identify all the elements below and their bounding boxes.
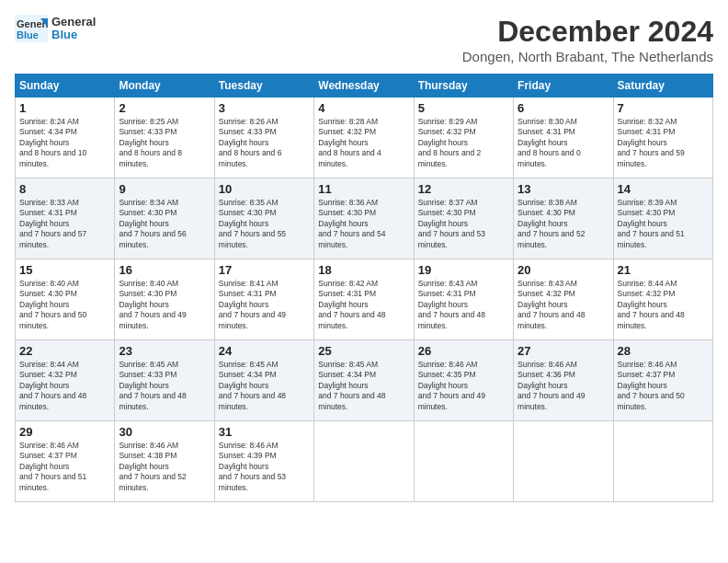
day-number: 25 <box>318 344 409 358</box>
day-detail: Sunrise: 8:46 AM Sunset: 4:38 PM Dayligh… <box>119 441 210 493</box>
week-row-5: 29 Sunrise: 8:46 AM Sunset: 4:37 PM Dayl… <box>16 421 713 502</box>
day-cell <box>613 421 712 502</box>
day-detail: Sunrise: 8:45 AM Sunset: 4:34 PM Dayligh… <box>318 360 409 412</box>
location: Dongen, North Brabant, The Netherlands <box>462 49 713 64</box>
day-detail: Sunrise: 8:34 AM Sunset: 4:30 PM Dayligh… <box>119 198 210 250</box>
header-saturday: Saturday <box>613 75 712 98</box>
day-number: 31 <box>219 425 310 439</box>
day-number: 3 <box>219 101 310 115</box>
day-number: 7 <box>618 101 709 115</box>
day-number: 14 <box>618 182 709 196</box>
day-number: 1 <box>19 101 110 115</box>
logo: General Blue General Blue <box>15 15 96 42</box>
day-cell: 22 Sunrise: 8:44 AM Sunset: 4:32 PM Dayl… <box>16 340 115 421</box>
header-monday: Monday <box>115 75 214 98</box>
day-cell: 3 Sunrise: 8:26 AM Sunset: 4:33 PM Dayli… <box>214 98 313 178</box>
day-detail: Sunrise: 8:33 AM Sunset: 4:31 PM Dayligh… <box>19 198 110 250</box>
day-cell: 10 Sunrise: 8:35 AM Sunset: 4:30 PM Dayl… <box>214 178 313 259</box>
day-number: 23 <box>119 344 210 358</box>
day-cell <box>314 421 414 502</box>
day-number: 16 <box>119 263 210 277</box>
day-cell <box>414 421 513 502</box>
title-block: December 2024 Dongen, North Brabant, The… <box>462 15 713 64</box>
day-detail: Sunrise: 8:43 AM Sunset: 4:31 PM Dayligh… <box>418 279 509 331</box>
day-number: 27 <box>518 344 609 358</box>
week-row-1: 1 Sunrise: 8:24 AM Sunset: 4:34 PM Dayli… <box>16 98 713 178</box>
logo-general: General <box>51 16 96 29</box>
svg-text:Blue: Blue <box>17 29 39 40</box>
day-number: 24 <box>219 344 310 358</box>
day-cell: 2 Sunrise: 8:25 AM Sunset: 4:33 PM Dayli… <box>115 98 214 178</box>
header-sunday: Sunday <box>16 75 115 98</box>
day-number: 18 <box>318 263 409 277</box>
day-number: 19 <box>418 263 509 277</box>
day-cell: 23 Sunrise: 8:45 AM Sunset: 4:33 PM Dayl… <box>115 340 214 421</box>
day-detail: Sunrise: 8:44 AM Sunset: 4:32 PM Dayligh… <box>19 360 110 412</box>
day-cell: 14 Sunrise: 8:39 AM Sunset: 4:30 PM Dayl… <box>613 178 712 259</box>
week-row-2: 8 Sunrise: 8:33 AM Sunset: 4:31 PM Dayli… <box>16 178 713 259</box>
day-detail: Sunrise: 8:25 AM Sunset: 4:33 PM Dayligh… <box>119 117 210 169</box>
day-number: 26 <box>418 344 509 358</box>
day-detail: Sunrise: 8:40 AM Sunset: 4:30 PM Dayligh… <box>19 279 110 331</box>
day-cell: 28 Sunrise: 8:46 AM Sunset: 4:37 PM Dayl… <box>613 340 712 421</box>
day-detail: Sunrise: 8:45 AM Sunset: 4:34 PM Dayligh… <box>219 360 310 412</box>
day-number: 9 <box>119 182 210 196</box>
day-cell: 4 Sunrise: 8:28 AM Sunset: 4:32 PM Dayli… <box>314 98 414 178</box>
day-detail: Sunrise: 8:40 AM Sunset: 4:30 PM Dayligh… <box>119 279 210 331</box>
day-number: 11 <box>318 182 409 196</box>
day-cell: 25 Sunrise: 8:45 AM Sunset: 4:34 PM Dayl… <box>314 340 414 421</box>
day-detail: Sunrise: 8:39 AM Sunset: 4:30 PM Dayligh… <box>618 198 709 250</box>
logo-icon: General Blue <box>15 15 48 42</box>
month-title: December 2024 <box>462 15 713 49</box>
day-cell: 18 Sunrise: 8:42 AM Sunset: 4:31 PM Dayl… <box>314 259 414 340</box>
day-cell: 26 Sunrise: 8:46 AM Sunset: 4:35 PM Dayl… <box>414 340 513 421</box>
header-tuesday: Tuesday <box>214 75 313 98</box>
weekday-header-row: Sunday Monday Tuesday Wednesday Thursday… <box>16 75 713 98</box>
day-number: 30 <box>119 425 210 439</box>
day-detail: Sunrise: 8:46 AM Sunset: 4:37 PM Dayligh… <box>618 360 709 412</box>
page: General Blue General Blue December 2024 … <box>0 0 728 563</box>
day-cell: 9 Sunrise: 8:34 AM Sunset: 4:30 PM Dayli… <box>115 178 214 259</box>
header-thursday: Thursday <box>414 75 513 98</box>
day-number: 17 <box>219 263 310 277</box>
day-number: 22 <box>19 344 110 358</box>
day-cell: 1 Sunrise: 8:24 AM Sunset: 4:34 PM Dayli… <box>16 98 115 178</box>
day-number: 2 <box>119 101 210 115</box>
day-detail: Sunrise: 8:46 AM Sunset: 4:35 PM Dayligh… <box>418 360 509 412</box>
day-cell: 5 Sunrise: 8:29 AM Sunset: 4:32 PM Dayli… <box>414 98 513 178</box>
day-number: 4 <box>318 101 409 115</box>
day-number: 12 <box>418 182 509 196</box>
day-cell: 15 Sunrise: 8:40 AM Sunset: 4:30 PM Dayl… <box>16 259 115 340</box>
day-cell: 21 Sunrise: 8:44 AM Sunset: 4:32 PM Dayl… <box>613 259 712 340</box>
logo-blue: Blue <box>51 29 96 41</box>
day-cell: 7 Sunrise: 8:32 AM Sunset: 4:31 PM Dayli… <box>613 98 712 178</box>
day-number: 20 <box>518 263 609 277</box>
day-number: 29 <box>19 425 110 439</box>
day-detail: Sunrise: 8:46 AM Sunset: 4:36 PM Dayligh… <box>518 360 609 412</box>
day-detail: Sunrise: 8:32 AM Sunset: 4:31 PM Dayligh… <box>618 117 709 169</box>
day-cell: 27 Sunrise: 8:46 AM Sunset: 4:36 PM Dayl… <box>514 340 613 421</box>
day-cell <box>514 421 613 502</box>
day-detail: Sunrise: 8:46 AM Sunset: 4:39 PM Dayligh… <box>219 441 310 493</box>
day-detail: Sunrise: 8:29 AM Sunset: 4:32 PM Dayligh… <box>418 117 509 169</box>
day-detail: Sunrise: 8:35 AM Sunset: 4:30 PM Dayligh… <box>219 198 310 250</box>
day-detail: Sunrise: 8:43 AM Sunset: 4:32 PM Dayligh… <box>518 279 609 331</box>
day-detail: Sunrise: 8:37 AM Sunset: 4:30 PM Dayligh… <box>418 198 509 250</box>
day-detail: Sunrise: 8:42 AM Sunset: 4:31 PM Dayligh… <box>318 279 409 331</box>
day-cell: 13 Sunrise: 8:38 AM Sunset: 4:30 PM Dayl… <box>514 178 613 259</box>
day-cell: 17 Sunrise: 8:41 AM Sunset: 4:31 PM Dayl… <box>214 259 313 340</box>
day-cell: 30 Sunrise: 8:46 AM Sunset: 4:38 PM Dayl… <box>115 421 214 502</box>
day-detail: Sunrise: 8:26 AM Sunset: 4:33 PM Dayligh… <box>219 117 310 169</box>
week-row-3: 15 Sunrise: 8:40 AM Sunset: 4:30 PM Dayl… <box>16 259 713 340</box>
day-cell: 12 Sunrise: 8:37 AM Sunset: 4:30 PM Dayl… <box>414 178 513 259</box>
day-number: 21 <box>618 263 709 277</box>
day-detail: Sunrise: 8:28 AM Sunset: 4:32 PM Dayligh… <box>318 117 409 169</box>
day-detail: Sunrise: 8:45 AM Sunset: 4:33 PM Dayligh… <box>119 360 210 412</box>
header-friday: Friday <box>514 75 613 98</box>
day-detail: Sunrise: 8:38 AM Sunset: 4:30 PM Dayligh… <box>518 198 609 250</box>
day-detail: Sunrise: 8:44 AM Sunset: 4:32 PM Dayligh… <box>618 279 709 331</box>
day-cell: 11 Sunrise: 8:36 AM Sunset: 4:30 PM Dayl… <box>314 178 414 259</box>
day-cell: 31 Sunrise: 8:46 AM Sunset: 4:39 PM Dayl… <box>214 421 313 502</box>
day-cell: 20 Sunrise: 8:43 AM Sunset: 4:32 PM Dayl… <box>514 259 613 340</box>
day-number: 5 <box>418 101 509 115</box>
